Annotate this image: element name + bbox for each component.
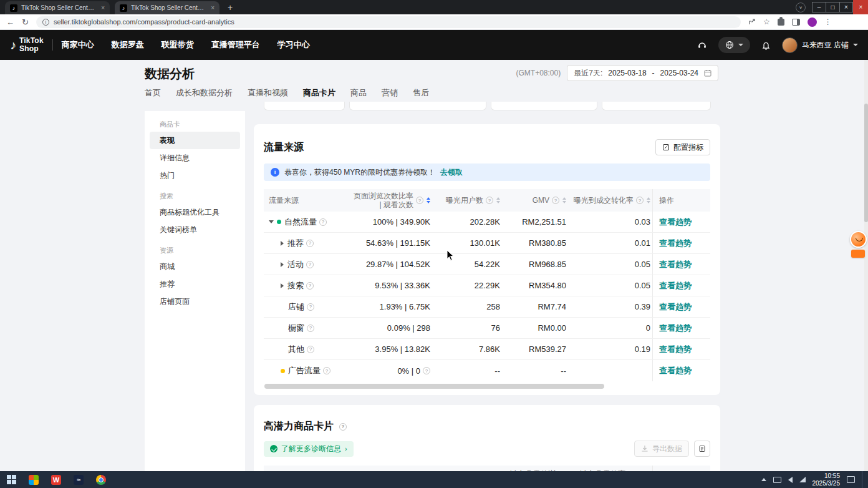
info-icon[interactable] [416,197,423,204]
address-bar[interactable]: i seller.tiktokglobalshop.com/compass/pr… [36,16,741,28]
close-button[interactable] [839,2,853,12]
browser-profile-avatar[interactable] [808,17,817,27]
nav-data-compass[interactable]: 数据罗盘 [112,39,144,51]
sidebar-item-performance[interactable]: 表现 [150,132,240,149]
col-users[interactable]: 曝光用户数 [430,195,500,206]
col-gmv[interactable]: GMV [500,196,566,205]
share-icon[interactable] [748,18,756,26]
info-icon[interactable] [306,240,314,247]
view-trend-link[interactable]: 查看趋势 [659,259,692,270]
sidebar-item-title-optimizer[interactable]: 商品标题优化工具 [150,203,240,221]
account-menu[interactable]: 马来西亚 店铺 [782,37,858,53]
promo-tag-icon[interactable] [851,250,865,258]
page-scrollbar-thumb[interactable] [864,104,868,222]
scrollbar-thumb[interactable] [264,384,604,389]
view-trend-link[interactable]: 查看趋势 [659,238,692,249]
page-scrollbar[interactable] [864,60,868,471]
minimize-button[interactable] [812,2,826,12]
new-tab-button[interactable] [224,2,236,12]
site-info-icon[interactable]: i [42,19,49,26]
info-icon[interactable] [307,346,314,353]
export-records-button[interactable] [694,441,710,457]
extensions-icon[interactable] [778,19,784,26]
info-icon[interactable] [552,197,559,204]
tab-search-icon[interactable] [796,2,806,12]
view-trend-link[interactable]: 查看趋势 [659,301,692,313]
reload-button[interactable] [22,18,29,26]
view-trend-link[interactable]: 查看趋势 [659,323,692,334]
expand-caret-icon[interactable] [281,241,284,246]
mascot-icon[interactable] [850,231,867,248]
taskbar-app-chrome[interactable] [90,471,112,488]
tray-volume-icon[interactable] [788,477,793,483]
info-icon[interactable] [323,367,330,374]
tab-home[interactable]: 首页 [145,87,161,104]
nav-live-platform[interactable]: 直播管理平台 [211,39,260,51]
tab-growth-analytics[interactable]: 成长和数据分析 [176,87,233,104]
browser-tab-1[interactable]: ♪ TikTok Shop Seller Center | Cr [5,1,110,14]
view-trend-link[interactable]: 查看趋势 [659,344,692,355]
info-icon[interactable] [486,197,493,204]
back-button[interactable] [6,18,14,26]
info-icon[interactable] [423,367,430,374]
date-range-picker[interactable]: 最近7天: 2025-03-18 - 2025-03-24 [567,65,718,81]
info-icon[interactable] [306,282,314,290]
info-icon[interactable] [339,423,347,431]
tab-close-icon[interactable] [101,4,105,11]
col-cvr[interactable]: 曝光到成交转化率 [566,195,652,206]
horizontal-scrollbar[interactable] [264,384,652,389]
show-desktop-button[interactable] [862,471,865,488]
language-selector[interactable] [718,37,750,53]
col-ratio[interactable]: 页面浏览次数比率 | 观看次数 [349,192,430,209]
diagnosis-link[interactable]: 了解更多诊断信息 › [264,441,354,457]
tray-expand-icon[interactable] [761,478,766,481]
nav-affiliate[interactable]: 联盟带货 [162,39,194,51]
claim-coupon-link[interactable]: 去领取 [440,167,463,178]
taskbar-app-wps[interactable]: W [45,471,67,488]
range-label: 最近7天: [574,68,602,79]
taskbar-clock[interactable]: 10:55 2025/3/25 [813,472,841,487]
info-icon[interactable] [319,218,327,226]
view-trend-link[interactable]: 查看趋势 [659,280,692,291]
info-icon[interactable] [306,261,314,268]
maximize-button[interactable] [826,2,839,12]
configure-metrics-button[interactable]: 配置指标 [655,139,710,155]
floating-promo-widget[interactable] [849,231,867,258]
browser-tab-2[interactable]: ♪ TikTok Shop Seller Center | Cra [115,1,219,14]
view-trend-link[interactable]: 查看趋势 [659,217,692,228]
notification-bell-icon[interactable] [761,41,771,50]
expand-caret-icon[interactable] [281,262,284,267]
info-icon[interactable] [307,325,314,332]
view-trend-link[interactable]: 查看趋势 [659,365,692,376]
tray-network-icon[interactable] [799,477,806,482]
sidebar-item-mall[interactable]: 商城 [150,258,240,275]
sidebar-item-recommend[interactable]: 推荐 [150,275,240,293]
diagnosis-icon [270,445,277,452]
support-headset-icon[interactable] [697,40,707,50]
browser-menu-icon[interactable] [824,17,832,26]
tab-close-icon[interactable] [211,4,215,11]
sidebar-item-shop-page[interactable]: 店铺页面 [150,293,240,310]
date-start: 2025-03-18 [608,69,646,77]
taskbar-app-media[interactable]: ≈ [67,471,90,488]
sidebar-item-details[interactable]: 详细信息 [150,149,240,167]
action-center-icon[interactable] [847,476,855,483]
expand-caret-icon[interactable] [281,283,284,288]
app-close-button[interactable] [853,0,868,14]
export-data-button[interactable]: 导出数据 [634,441,689,457]
nav-learning-center[interactable]: 学习中心 [277,39,310,51]
tiktok-shop-logo[interactable]: ♪ TikTok Shop [10,37,44,53]
start-button[interactable] [0,471,22,488]
sort-icon[interactable] [647,197,650,203]
side-panel-icon[interactable] [792,19,800,26]
taskbar-app-colorful[interactable] [22,471,45,488]
tray-display-icon[interactable] [773,477,781,483]
sidebar-item-trending[interactable]: 热门 [150,167,240,184]
table-row-ad-traffic: 广告流量 0% | 0 -- -- 查看趋势 [264,360,710,381]
collapse-caret-icon[interactable] [269,220,274,223]
nav-seller-center[interactable]: 商家中心 [62,39,94,51]
sidebar-item-keyword-ranking[interactable]: 关键词榜单 [150,221,240,238]
bookmark-star-icon[interactable] [763,17,770,26]
info-icon[interactable] [307,303,314,311]
info-icon[interactable] [636,197,644,204]
